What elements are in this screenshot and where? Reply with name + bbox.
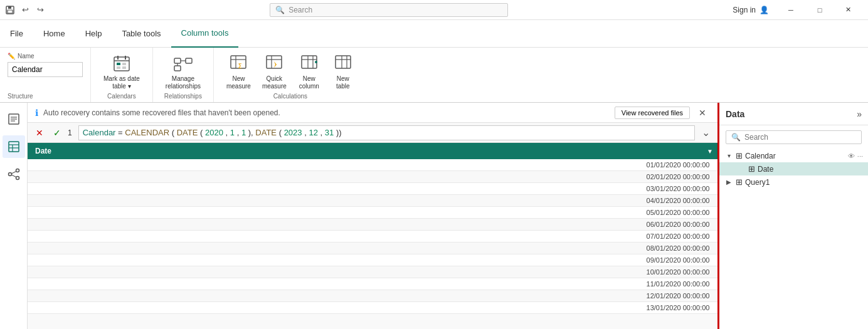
svg-rect-1 <box>8 6 11 9</box>
calculations-label: Calculations <box>273 93 307 102</box>
manage-rel-icon <box>173 53 193 73</box>
quick-measure-button[interactable]: Quickmeasure <box>257 51 292 93</box>
calendar-more-icon[interactable]: ··· <box>857 152 863 160</box>
new-table-button[interactable]: Newtable <box>327 51 359 93</box>
right-panel-expand-icon[interactable]: » <box>857 109 862 119</box>
tree-item-date[interactable]: ⊞ Date <box>719 162 868 175</box>
new-column-button[interactable]: Newcolumn <box>293 51 326 93</box>
table-row[interactable]: 11/01/2020 00:00:00 <box>28 278 717 290</box>
new-table-label: Newtable <box>336 75 350 90</box>
calendars-label: Calendars <box>107 93 136 102</box>
date-cell: 09/01/2020 00:00:00 <box>28 254 717 266</box>
date-cell: 05/01/2020 00:00:00 <box>28 207 717 219</box>
svg-rect-13 <box>174 66 181 71</box>
date-cell: 08/01/2020 00:00:00 <box>28 243 717 254</box>
table-row[interactable]: 12/01/2020 00:00:00 <box>28 290 717 302</box>
sign-in[interactable]: Sign in 👤 <box>733 6 769 14</box>
data-search-box[interactable]: 🔍 <box>726 130 862 144</box>
formula-bar: ✕ ✓ 1 Calendar = CALENDAR ( DATE ( 2020 … <box>28 123 717 143</box>
formula-expand-icon[interactable]: ⌄ <box>699 126 712 140</box>
sidebar-report-icon[interactable] <box>3 108 25 130</box>
date-column-header[interactable]: Date ▼ <box>28 143 717 159</box>
menu-home[interactable]: Home <box>33 20 75 48</box>
sidebar-model-icon[interactable] <box>3 163 25 185</box>
new-measure-label: Newmeasure <box>226 75 251 90</box>
menu-help[interactable]: Help <box>75 20 112 48</box>
table-row[interactable]: 07/01/2020 00:00:00 <box>28 231 717 243</box>
maximize-button[interactable]: □ <box>805 0 834 20</box>
name-label: ✏️ Name <box>8 53 83 60</box>
formula-content[interactable]: Calendar = CALENDAR ( DATE ( 2020 , 1 , … <box>78 125 695 140</box>
table-row[interactable]: 04/01/2020 00:00:00 <box>28 195 717 207</box>
date-cell: 11/01/2020 00:00:00 <box>28 278 717 290</box>
title-bar: ↩ ↪ 🔍 Search Sign in 👤 ─ □ ✕ <box>0 0 868 20</box>
table-row[interactable]: 13/01/2020 00:00:00 <box>28 302 717 314</box>
save-icon[interactable] <box>5 5 15 15</box>
new-measure-icon: ∑ <box>228 53 248 73</box>
close-button[interactable]: ✕ <box>834 0 863 20</box>
relationships-group: Managerelationships Relationships <box>153 48 214 102</box>
sidebar-data-icon[interactable] <box>3 135 25 158</box>
close-info-icon[interactable]: ✕ <box>695 107 710 119</box>
svg-rect-3 <box>114 57 129 71</box>
undo-icon[interactable]: ↩ <box>20 5 30 15</box>
table-row[interactable]: 05/01/2020 00:00:00 <box>28 207 717 219</box>
formula-cancel-icon[interactable]: ✕ <box>33 126 46 140</box>
date-label: Date <box>758 165 773 174</box>
calendar-table-icon: ⊞ <box>736 151 743 160</box>
date-cell: 10/01/2020 00:00:00 <box>28 266 717 278</box>
menu-table-tools[interactable]: Table tools <box>112 20 171 48</box>
svg-text:∑: ∑ <box>238 63 242 68</box>
table-row[interactable]: 03/01/2020 00:00:00 <box>28 183 717 195</box>
new-column-label: Newcolumn <box>299 75 319 90</box>
tree-item-calendar[interactable]: ▾ ⊞ Calendar 👁 ··· <box>719 149 868 162</box>
svg-point-42 <box>8 173 11 176</box>
right-panel: Data » 🔍 ▾ ⊞ Calendar 👁 ··· ⊞ Date ▶ ⊞ <box>717 103 868 329</box>
name-input[interactable] <box>8 62 83 77</box>
svg-rect-30 <box>336 56 351 68</box>
menu-column-tools[interactable]: Column tools <box>171 20 239 48</box>
menu-file[interactable]: File <box>0 20 33 48</box>
title-search-icon: 🔍 <box>275 6 285 14</box>
table-row[interactable]: 01/01/2020 00:00:00 <box>28 159 717 171</box>
data-search-input[interactable] <box>744 133 856 142</box>
new-measure-button[interactable]: ∑ Newmeasure <box>221 51 256 93</box>
redo-icon[interactable]: ↪ <box>35 5 45 15</box>
svg-rect-20 <box>267 56 282 68</box>
menu-bar: File Home Help Table tools Column tools <box>0 20 868 48</box>
calendar-expand-icon: ▾ <box>724 152 733 159</box>
date-cell: 01/01/2020 00:00:00 <box>28 159 717 171</box>
svg-rect-11 <box>174 58 181 63</box>
relationships-label: Relationships <box>164 93 202 102</box>
svg-rect-38 <box>9 142 19 152</box>
table-row[interactable]: 09/01/2020 00:00:00 <box>28 254 717 266</box>
title-bar-right: Sign in 👤 ─ □ ✕ <box>733 0 863 20</box>
table-row[interactable]: 06/01/2020 00:00:00 <box>28 219 717 231</box>
minimize-button[interactable]: ─ <box>776 0 805 20</box>
right-panel-header: Data » <box>719 103 868 125</box>
calendar-eye-icon[interactable]: 👁 <box>848 152 855 160</box>
quick-measure-label: Quickmeasure <box>262 75 287 90</box>
table-row[interactable]: 10/01/2020 00:00:00 <box>28 266 717 278</box>
table-row[interactable]: 08/01/2020 00:00:00 <box>28 243 717 254</box>
structure-group-label: Structure <box>8 93 83 102</box>
formula-confirm-icon[interactable]: ✓ <box>50 126 64 140</box>
table-wrapper[interactable]: Date ▼ 01/01/2020 00:00:0002/01/2020 00:… <box>28 143 717 329</box>
data-table: Date ▼ 01/01/2020 00:00:0002/01/2020 00:… <box>28 143 717 314</box>
title-search-box[interactable]: 🔍 Search <box>270 3 508 17</box>
svg-line-45 <box>11 172 16 174</box>
table-row[interactable]: 02/01/2020 00:00:00 <box>28 171 717 183</box>
svg-point-43 <box>16 169 19 172</box>
svg-rect-9 <box>122 63 126 65</box>
name-group: ✏️ Name Structure <box>5 48 91 102</box>
new-column-icon <box>299 53 319 73</box>
svg-rect-2 <box>8 10 13 13</box>
mark-as-date-button[interactable]: Mark as datetable ▾ <box>98 51 145 93</box>
calendar-label: Calendar <box>745 152 776 160</box>
tree-item-query1[interactable]: ▶ ⊞ Query1 <box>719 175 868 189</box>
right-panel-title: Data <box>726 109 744 119</box>
svg-rect-7 <box>117 63 120 65</box>
view-recovered-button[interactable]: View recovered files <box>615 107 690 119</box>
manage-relationships-button[interactable]: Managerelationships <box>161 51 206 93</box>
data-search-icon: 🔍 <box>731 133 741 142</box>
